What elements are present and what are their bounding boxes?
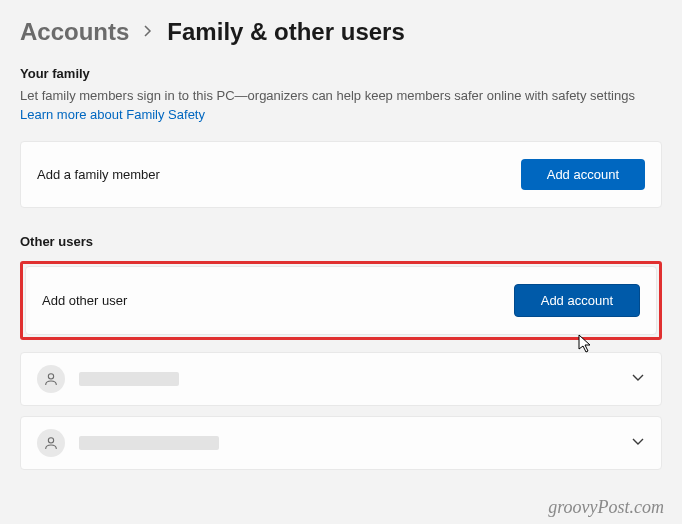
other-users-heading: Other users (20, 234, 662, 249)
your-family-heading: Your family (20, 66, 662, 81)
your-family-section: Your family Let family members sign in t… (20, 66, 662, 208)
user-icon (37, 365, 65, 393)
add-other-user-label: Add other user (42, 293, 127, 308)
add-family-member-card: Add a family member Add account (20, 141, 662, 208)
highlight-box: Add other user Add account (20, 261, 662, 340)
add-family-account-button[interactable]: Add account (521, 159, 645, 190)
family-desc-text: Let family members sign in to this PC—or… (20, 88, 635, 103)
user-name-redacted (79, 372, 179, 386)
user-name-redacted (79, 436, 219, 450)
your-family-description: Let family members sign in to this PC—or… (20, 87, 662, 125)
other-user-row[interactable] (20, 416, 662, 470)
other-users-section: Other users Add other user Add account (20, 234, 662, 470)
breadcrumb-accounts[interactable]: Accounts (20, 18, 129, 46)
chevron-down-icon[interactable] (631, 370, 645, 387)
page-title: Family & other users (167, 18, 404, 46)
chevron-down-icon[interactable] (631, 434, 645, 451)
chevron-right-icon (143, 23, 153, 41)
breadcrumb: Accounts Family & other users (20, 18, 662, 46)
user-icon (37, 429, 65, 457)
watermark: groovyPost.com (548, 497, 664, 518)
add-other-user-card: Add other user Add account (25, 266, 657, 335)
family-safety-link[interactable]: Learn more about Family Safety (20, 107, 205, 122)
other-user-row[interactable] (20, 352, 662, 406)
svg-point-0 (48, 373, 53, 378)
add-family-member-label: Add a family member (37, 167, 160, 182)
svg-point-1 (48, 437, 53, 442)
add-other-account-button[interactable]: Add account (514, 284, 640, 317)
